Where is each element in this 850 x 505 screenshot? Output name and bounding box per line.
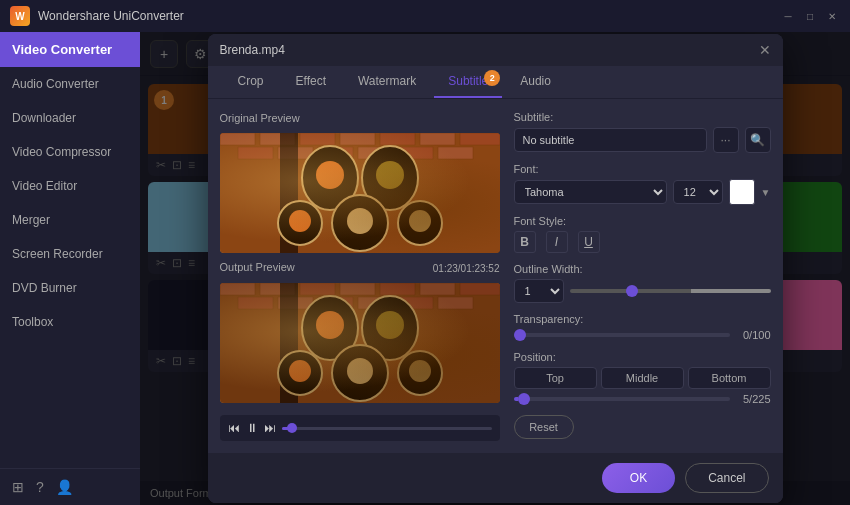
font-label: Font: xyxy=(514,163,771,175)
transparency-value: 0/100 xyxy=(736,329,771,341)
tab-subtitle[interactable]: Subtitle 2 xyxy=(434,66,502,98)
color-dropdown-arrow[interactable]: ▼ xyxy=(761,187,771,198)
tab-crop[interactable]: Crop xyxy=(224,66,278,98)
pause-button[interactable]: ⏸ xyxy=(246,421,258,435)
svg-point-16 xyxy=(362,146,418,210)
app-logo: W xyxy=(10,6,30,26)
svg-point-42 xyxy=(332,345,388,401)
pos-slider-row: 5/225 xyxy=(514,393,771,405)
sidebar-active-item: Video Converter xyxy=(0,32,140,67)
outline-select[interactable]: 1 2 3 4 xyxy=(514,279,564,303)
close-button[interactable]: ✕ xyxy=(824,8,840,24)
font-control: Tahoma Arial Times New Roman 12 14 16 18 xyxy=(514,179,771,205)
position-middle-button[interactable]: Middle xyxy=(601,367,684,389)
svg-rect-32 xyxy=(460,283,500,295)
output-preview-label: Output Preview xyxy=(220,261,295,273)
original-preview-label: Original Preview xyxy=(220,111,500,125)
title-bar-left: W Wondershare UniConverter xyxy=(10,6,184,26)
position-slider-value: 5/225 xyxy=(736,393,771,405)
svg-point-46 xyxy=(376,311,404,339)
svg-rect-12 xyxy=(398,147,433,159)
output-preview-video xyxy=(220,283,500,403)
bold-button[interactable]: B xyxy=(514,231,536,253)
sidebar-item-audio-converter[interactable]: Audio Converter xyxy=(0,67,140,101)
svg-point-44 xyxy=(398,351,442,395)
reset-button[interactable]: Reset xyxy=(514,415,574,439)
svg-point-23 xyxy=(289,210,311,232)
svg-rect-10 xyxy=(318,147,353,159)
font-select[interactable]: Tahoma Arial Times New Roman xyxy=(514,180,667,204)
preview-timestamp: 01:23/01:23:52 xyxy=(433,263,500,274)
subtitle-control: ··· 🔍 xyxy=(514,127,771,153)
transparency-label: Transparency: xyxy=(514,313,771,325)
help-icon[interactable]: ? xyxy=(36,479,44,495)
original-preview-video xyxy=(220,133,500,253)
position-slider[interactable] xyxy=(514,397,730,401)
subtitle-label: Subtitle: xyxy=(514,111,771,123)
svg-point-43 xyxy=(278,351,322,395)
title-bar-controls: ─ □ ✕ xyxy=(780,8,840,24)
position-row-container: Position: Top Middle Bottom xyxy=(514,351,771,405)
svg-point-21 xyxy=(376,161,404,189)
sidebar-item-toolbox[interactable]: Toolbox xyxy=(0,305,140,339)
outline-row-container: Outline Width: 1 2 3 4 xyxy=(514,263,771,303)
logo-text: W xyxy=(15,11,24,22)
sidebar-item-video-compressor[interactable]: Video Compressor xyxy=(0,135,140,169)
subtitle-input[interactable] xyxy=(514,128,707,152)
svg-rect-25 xyxy=(220,283,500,403)
sidebar-item-downloader[interactable]: Downloader xyxy=(0,101,140,135)
output-preview-header: Output Preview 01:23/01:23:52 xyxy=(220,261,500,275)
original-preview-box xyxy=(220,133,500,253)
svg-rect-33 xyxy=(238,297,273,309)
subtitle-badge: 2 xyxy=(484,70,500,86)
svg-rect-7 xyxy=(460,133,500,145)
italic-button[interactable]: I xyxy=(546,231,568,253)
modal-title-bar: Brenda.mp4 ✕ xyxy=(208,34,783,66)
underline-button[interactable]: U xyxy=(578,231,600,253)
font-style-row-container: Font Style: B I U xyxy=(514,215,771,253)
svg-rect-8 xyxy=(238,147,273,159)
sidebar: Video Converter Audio Converter Download… xyxy=(0,32,140,505)
ok-button[interactable]: OK xyxy=(602,463,675,493)
content-area: + ⚙ 1 ✂ ⊡ ≡ xyxy=(140,32,850,505)
sidebar-item-merger[interactable]: Merger xyxy=(0,203,140,237)
layout-icon[interactable]: ⊞ xyxy=(12,479,24,495)
transparency-slider[interactable] xyxy=(514,333,730,337)
subtitle-search-button[interactable]: 🔍 xyxy=(745,127,771,153)
app-body: Video Converter Audio Converter Download… xyxy=(0,32,850,505)
position-top-button[interactable]: Top xyxy=(514,367,597,389)
rewind-button[interactable]: ⏮ xyxy=(228,421,240,435)
app-title: Wondershare UniConverter xyxy=(38,9,184,23)
account-icon[interactable]: 👤 xyxy=(56,479,73,495)
maximize-button[interactable]: □ xyxy=(802,8,818,24)
subtitle-row: Subtitle: ··· 🔍 xyxy=(514,111,771,153)
outline-slider[interactable] xyxy=(570,289,771,293)
progress-bar[interactable] xyxy=(282,427,492,430)
tab-watermark[interactable]: Watermark xyxy=(344,66,430,98)
cancel-button[interactable]: Cancel xyxy=(685,463,768,493)
tab-effect[interactable]: Effect xyxy=(282,66,340,98)
position-bottom-button[interactable]: Bottom xyxy=(688,367,771,389)
settings-section: Subtitle: ··· 🔍 Font: xyxy=(514,111,771,441)
outline-label: Outline Width: xyxy=(514,263,771,275)
svg-point-48 xyxy=(289,360,311,382)
svg-rect-39 xyxy=(280,283,298,403)
font-row: Font: Tahoma Arial Times New Roman 12 xyxy=(514,163,771,205)
tab-audio[interactable]: Audio xyxy=(506,66,565,98)
sidebar-item-screen-recorder[interactable]: Screen Recorder xyxy=(0,237,140,271)
minimize-button[interactable]: ─ xyxy=(780,8,796,24)
subtitle-more-button[interactable]: ··· xyxy=(713,127,739,153)
forward-button[interactable]: ⏭ xyxy=(264,421,276,435)
playback-controls: ⏮ ⏸ ⏭ xyxy=(220,415,500,441)
svg-rect-28 xyxy=(300,283,335,295)
font-style-label: Font Style: xyxy=(514,215,771,227)
sidebar-item-video-editor[interactable]: Video Editor xyxy=(0,169,140,203)
modal-close-button[interactable]: ✕ xyxy=(759,42,771,58)
font-color-picker[interactable] xyxy=(729,179,755,205)
svg-rect-14 xyxy=(280,133,298,253)
modal-footer: OK Cancel xyxy=(208,453,783,503)
transparency-control: 0/100 xyxy=(514,329,771,341)
font-size-select[interactable]: 12 14 16 18 xyxy=(673,180,723,204)
sidebar-item-dvd-burner[interactable]: DVD Burner xyxy=(0,271,140,305)
svg-rect-31 xyxy=(420,283,455,295)
